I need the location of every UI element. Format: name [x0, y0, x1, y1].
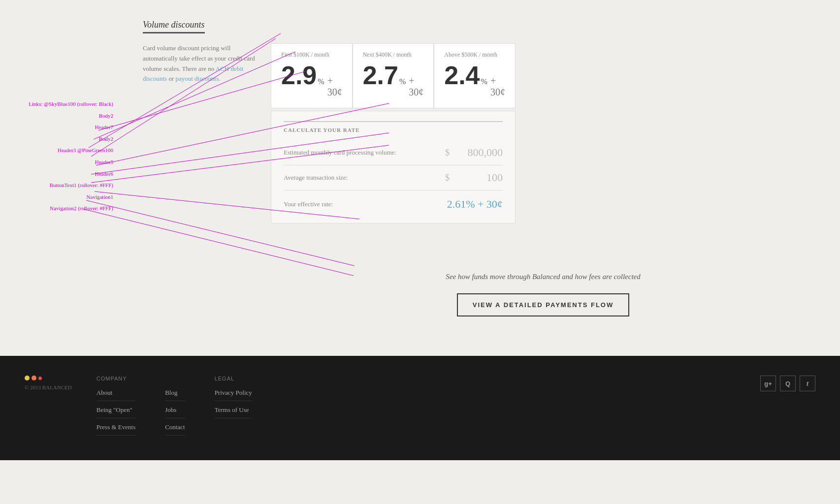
tier-3-plus: + 30¢	[490, 75, 505, 98]
footer-logo: © 2013 BALANCED	[25, 376, 72, 390]
tier-2-plus: + 30¢	[409, 75, 423, 98]
footer-social: g+ Q t	[760, 376, 815, 391]
footer-legal-col: LEGAL Privacy Policy Terms of Use	[215, 376, 252, 441]
pricing-tiers: First $100K / month 2.9 % + 30¢ Next $40…	[271, 43, 516, 223]
tier-1-label: First $100K / month	[281, 51, 342, 59]
annotation-header3: Header3 @PineGreen100	[0, 145, 118, 157]
pricing-tier-1: First $100K / month 2.9 % + 30¢	[271, 43, 352, 108]
footer-company-col: COMPANY About Being "Open" Press & Event…	[97, 376, 135, 441]
footer-blog-title	[165, 376, 185, 381]
content-wrapper: Card volume discount pricing will automa…	[143, 43, 487, 223]
tier-1-sup: %	[318, 77, 324, 86]
calc-volume-value: 800,000	[453, 146, 503, 159]
footer-link-open[interactable]: Being "Open"	[97, 406, 135, 418]
footer-link-jobs[interactable]: Jobs	[165, 406, 185, 418]
tier-1-rate: 2.9 % + 30¢	[281, 63, 342, 98]
logo-dot-orange	[32, 376, 36, 380]
annotation-body2b: Body2	[0, 133, 118, 145]
main-content: Volume discounts Card volume discount pr…	[123, 0, 840, 356]
calc-volume-dollar: $	[445, 148, 450, 158]
tier-2-sup: %	[399, 77, 406, 86]
pricing-tier-3: Above $500K / month 2.4 % + 30¢	[434, 43, 516, 108]
calc-row-volume: Estimated monthly card processing volume…	[284, 140, 503, 165]
volume-description: Card volume discount pricing will automa…	[143, 43, 256, 223]
tier-2-number: 2.7	[363, 63, 398, 88]
flow-section: See how funds move through Balanced and …	[266, 243, 820, 346]
footer-link-contact[interactable]: Contact	[165, 423, 185, 436]
annotation-header6: Header6	[0, 168, 118, 180]
tier-1-plus: + 30¢	[327, 75, 342, 98]
footer-link-privacy[interactable]: Privacy Policy	[215, 389, 252, 401]
tier-3-number: 2.4	[444, 63, 480, 88]
effective-rate-label: Your effective rate:	[284, 200, 333, 208]
annotation-nav2: Navigation2 (rollover: #FFF)	[0, 203, 118, 215]
annotation-btntext1: ButtonText1 (rollover: #FFF)	[0, 180, 118, 191]
footer-blog-col: Blog Jobs Contact	[165, 376, 185, 441]
calc-volume-input[interactable]: $ 800,000	[445, 146, 503, 159]
tier-3-label: Above $500K / month	[444, 51, 505, 59]
calculator-box: CALCULATE YOUR RATE Estimated monthly ca…	[271, 111, 516, 223]
tier-3-sup: %	[481, 77, 487, 86]
footer-link-about[interactable]: About	[97, 389, 135, 401]
annotation-nav1: Navigation1	[0, 191, 118, 203]
annotation-header5: Header5	[0, 157, 118, 168]
footer-link-blog[interactable]: Blog	[165, 389, 185, 401]
tier-1-number: 2.9	[281, 63, 317, 88]
google-plus-icon[interactable]: g+	[760, 376, 776, 391]
footer: © 2013 BALANCED COMPANY About Being "Ope…	[0, 356, 840, 460]
footer-legal-title: LEGAL	[215, 376, 252, 381]
or-text: or	[168, 75, 175, 82]
footer-company-title: COMPANY	[97, 376, 135, 381]
payout-link[interactable]: payout discounts.	[175, 75, 220, 82]
calc-transaction-dollar: $	[445, 173, 450, 183]
tier-2-label: Next $400K / month	[363, 51, 424, 59]
annotation-links: Links: @SkyBlue100 (rollover: Black)	[0, 98, 118, 110]
footer-copyright: © 2013 BALANCED	[25, 384, 72, 390]
annotation-body2: Body2	[0, 110, 118, 122]
volume-section: Volume discounts Card volume discount pr…	[143, 10, 820, 243]
flow-button[interactable]: VIEW A DETAILED PAYMENTS FLOW	[457, 293, 629, 316]
calculator-title: CALCULATE YOUR RATE	[284, 121, 503, 133]
calc-transaction-label: Average transaction size:	[284, 174, 348, 182]
logo-dots	[25, 376, 72, 380]
footer-nav: COMPANY About Being "Open" Press & Event…	[97, 376, 736, 441]
footer-link-terms[interactable]: Terms of Use	[215, 406, 252, 418]
calc-transaction-value: 100	[453, 171, 503, 184]
effective-rate-value: 2.61% + 30¢	[447, 198, 503, 211]
logo-dot-yellow	[25, 376, 30, 380]
calc-transaction-input[interactable]: $ 100	[445, 171, 503, 184]
footer-link-press[interactable]: Press & Events	[97, 423, 135, 436]
effective-rate-row: Your effective rate: 2.61% + 30¢	[284, 190, 503, 213]
twitter-icon[interactable]: t	[800, 376, 815, 391]
tier-3-rate: 2.4 % + 30¢	[444, 63, 505, 98]
pricing-tier-2: Next $400K / month 2.7 % + 30¢	[353, 43, 434, 108]
calc-row-transaction: Average transaction size: $ 100	[284, 165, 503, 190]
annotation-panel: Links: @SkyBlue100 (rollover: Black) Bod…	[0, 98, 118, 215]
logo-dot-small	[38, 377, 42, 380]
flow-description: See how funds move through Balanced and …	[276, 273, 810, 281]
tier-2-rate: 2.7 % + 30¢	[363, 63, 424, 98]
tiers-wrapper: First $100K / month 2.9 % + 30¢ Next $40…	[271, 43, 516, 108]
annotation-header7: Header7	[0, 122, 118, 133]
quora-icon[interactable]: Q	[780, 376, 796, 391]
calc-volume-label: Estimated monthly card processing volume…	[284, 149, 396, 157]
section-title: Volume discounts	[143, 20, 205, 33]
